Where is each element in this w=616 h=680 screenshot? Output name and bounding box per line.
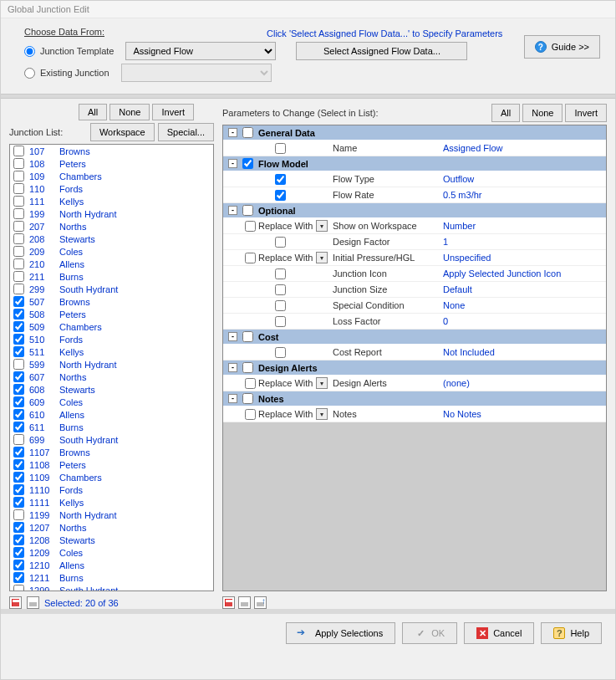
existing-junction-radio[interactable] (24, 68, 35, 79)
collapse-icon[interactable]: - (228, 206, 237, 215)
list-item[interactable]: 608Stewarts (10, 383, 213, 396)
group-checkbox[interactable] (242, 362, 253, 373)
param-row[interactable]: Flow Rate0.5 m3/hr (223, 187, 606, 203)
list-item[interactable]: 1110Fords (10, 483, 213, 496)
list-item[interactable]: 199North Hydrant (10, 207, 213, 220)
group-checkbox[interactable] (242, 205, 253, 216)
list-item-checkbox[interactable] (13, 146, 24, 156)
list-item[interactable]: 699South Hydrant (10, 433, 213, 446)
param-row[interactable]: Replace With▾NotesNo Notes (223, 406, 606, 422)
expand-all-icon[interactable] (222, 596, 235, 609)
list-item-checkbox[interactable] (13, 396, 24, 407)
list-item-checkbox[interactable] (13, 422, 24, 432)
list-item[interactable]: 611Burns (10, 421, 213, 433)
list-item[interactable]: 1299South Hydrant (10, 584, 213, 591)
list-item[interactable]: 1199North Hydrant (10, 509, 213, 521)
list-item[interactable]: 1107Browns (10, 446, 213, 458)
list-item-checkbox[interactable] (13, 371, 24, 382)
param-checkbox[interactable] (275, 237, 286, 248)
jl-workspace-button[interactable]: Workspace (90, 123, 155, 141)
param-row[interactable]: Design Factor1 (223, 234, 606, 250)
param-row[interactable]: Replace With▾Initial Pressure/HGLUnspeci… (223, 250, 606, 266)
param-row[interactable]: Replace With▾Design Alerts(none) (223, 376, 606, 391)
list-item[interactable]: 507Browns (10, 295, 213, 308)
list-item[interactable]: 211Burns (10, 270, 213, 283)
list-item-checkbox[interactable] (13, 346, 24, 357)
collapse-all-icon[interactable] (238, 596, 251, 609)
list-item-checkbox[interactable] (13, 258, 24, 269)
list-item-checkbox[interactable] (13, 321, 24, 332)
param-checkbox[interactable] (275, 347, 286, 358)
list-item-checkbox[interactable] (13, 585, 24, 591)
param-checkbox[interactable] (275, 284, 286, 295)
param-checkbox[interactable] (245, 253, 256, 263)
sort-icon[interactable] (254, 596, 267, 609)
collapse-icon[interactable]: - (228, 363, 237, 372)
list-item-checkbox[interactable] (13, 183, 24, 194)
guide-button[interactable]: ? Guide >> (524, 35, 600, 59)
select-all-icon[interactable] (9, 596, 22, 609)
jl-special-button[interactable]: Special... (158, 123, 214, 141)
group-header[interactable]: -Design Alerts (223, 360, 606, 376)
list-item[interactable]: 610Allens (10, 408, 213, 421)
list-item[interactable]: 207Norths (10, 220, 213, 233)
parameters-tree[interactable]: -General DataNameAssigned Flow-Flow Mode… (222, 125, 607, 591)
list-item[interactable]: 210Allens (10, 258, 213, 270)
list-item[interactable]: 1211Burns (10, 571, 213, 584)
chevron-down-icon[interactable]: ▾ (316, 408, 328, 420)
select-none-icon[interactable] (27, 596, 39, 609)
list-item[interactable]: 509Chambers (10, 320, 213, 333)
list-item[interactable]: 208Stewarts (10, 233, 213, 245)
param-checkbox[interactable] (275, 316, 286, 327)
list-item[interactable]: 109Chambers (10, 170, 213, 182)
list-item[interactable]: 110Fords (10, 182, 213, 195)
param-row[interactable]: Loss Factor0 (223, 314, 606, 330)
list-item[interactable]: 1207Norths (10, 521, 213, 534)
list-item[interactable]: 609Coles (10, 396, 213, 408)
list-item-checkbox[interactable] (13, 158, 24, 169)
chevron-down-icon[interactable]: ▾ (316, 252, 328, 263)
param-checkbox[interactable] (275, 268, 286, 279)
list-item[interactable]: 209Coles (10, 245, 213, 258)
param-row[interactable]: Junction IconApply Selected Junction Ico… (223, 266, 606, 282)
select-assigned-flow-button[interactable]: Select Assigned Flow Data... (296, 42, 467, 60)
collapse-icon[interactable]: - (228, 332, 237, 341)
group-checkbox[interactable] (242, 158, 253, 169)
list-item[interactable]: 1109Chambers (10, 471, 213, 483)
junction-list[interactable]: 107Browns108Peters109Chambers110Fords111… (9, 144, 214, 591)
list-item-checkbox[interactable] (13, 284, 24, 294)
list-item-checkbox[interactable] (13, 484, 24, 495)
list-item-checkbox[interactable] (13, 246, 24, 257)
list-item[interactable]: 1208Stewarts (10, 534, 213, 546)
list-item[interactable]: 599North Hydrant (10, 358, 213, 371)
list-item-checkbox[interactable] (13, 409, 24, 420)
list-item[interactable]: 607Norths (10, 371, 213, 383)
list-item-checkbox[interactable] (13, 384, 24, 395)
params-none-button[interactable]: None (522, 104, 563, 122)
template-select[interactable]: Assigned Flow (125, 42, 276, 60)
param-checkbox[interactable] (275, 190, 286, 201)
group-header[interactable]: -Cost (223, 330, 606, 345)
list-item[interactable]: 111Kellys (10, 195, 213, 207)
list-item-checkbox[interactable] (13, 522, 24, 533)
group-checkbox[interactable] (242, 393, 253, 404)
list-item-checkbox[interactable] (13, 309, 24, 320)
params-all-button[interactable]: All (491, 104, 520, 122)
jl-invert-button[interactable]: Invert (152, 104, 194, 120)
params-invert-button[interactable]: Invert (565, 104, 607, 122)
list-item-checkbox[interactable] (13, 497, 24, 508)
list-item[interactable]: 511Kellys (10, 345, 213, 358)
group-header[interactable]: -Flow Model (223, 156, 606, 171)
list-item-checkbox[interactable] (13, 534, 24, 545)
param-checkbox[interactable] (275, 143, 286, 154)
group-header[interactable]: -General Data (223, 125, 606, 141)
list-item-checkbox[interactable] (13, 434, 24, 445)
group-header[interactable]: -Notes (223, 391, 606, 406)
list-item-checkbox[interactable] (13, 296, 24, 307)
list-item-checkbox[interactable] (13, 459, 24, 470)
param-row[interactable]: Cost ReportNot Included (223, 345, 606, 360)
list-item-checkbox[interactable] (13, 509, 24, 520)
param-checkbox[interactable] (245, 409, 256, 420)
apply-selections-button[interactable]: Apply Selections (286, 622, 395, 644)
list-item-checkbox[interactable] (13, 271, 24, 282)
